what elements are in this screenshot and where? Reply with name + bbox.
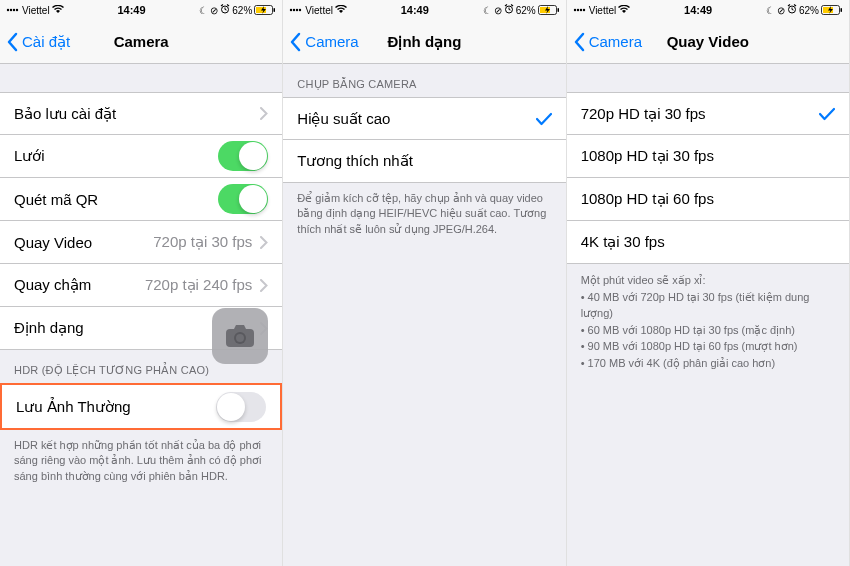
battery-icon	[821, 5, 843, 15]
svg-point-30	[582, 9, 584, 11]
cell-label: Quét mã QR	[14, 191, 98, 208]
grid-row[interactable]: Lưới	[0, 135, 282, 178]
cell-label: Lưu Ảnh Thường	[16, 398, 131, 416]
cell-detail: 720p tại 240 fps	[145, 276, 252, 294]
cell-label: Lưới	[14, 147, 45, 165]
svg-line-34	[788, 5, 790, 7]
svg-line-35	[794, 5, 796, 7]
lock-icon: ⊘	[494, 5, 502, 16]
svg-line-8	[227, 5, 229, 7]
formats-content: CHỤP BẰNG CAMERA Hiệu suất cao Tương thí…	[283, 64, 565, 566]
option-1080p-30[interactable]: 1080p HD tại 30 fps	[567, 135, 849, 178]
battery-pct: 62%	[799, 5, 819, 16]
svg-point-0	[7, 9, 9, 11]
carrier-label: Viettel	[22, 5, 50, 16]
footer-bullet: • 40 MB với 720p HD tại 30 fps (tiết kiệ…	[581, 289, 835, 322]
wifi-icon	[335, 5, 347, 16]
settings-camera-screen: Viettel 14:49 ☾ ⊘ 62% Cài đặt Camera Bảo…	[0, 0, 283, 566]
option-4k-30[interactable]: 4K tại 30 fps	[567, 221, 849, 264]
record-video-row[interactable]: Quay Video 720p tại 30 fps	[0, 221, 282, 264]
back-button[interactable]: Camera	[283, 32, 358, 52]
svg-line-33	[792, 10, 794, 11]
back-button[interactable]: Camera	[567, 32, 642, 52]
chevron-right-icon	[260, 279, 268, 292]
option-720p-30[interactable]: 720p HD tại 30 fps	[567, 92, 849, 135]
battery-pct: 62%	[516, 5, 536, 16]
signal-icon	[573, 5, 587, 15]
cell-label: 1080p HD tại 60 fps	[581, 190, 714, 208]
cell-detail: 720p tại 30 fps	[153, 233, 252, 251]
footer-bullet: • 170 MB với 4K (độ phân giải cao hơn)	[581, 355, 835, 372]
dnd-icon: ☾	[199, 5, 208, 16]
svg-point-28	[576, 9, 578, 11]
back-label: Camera	[589, 33, 642, 50]
lock-icon: ⊘	[210, 5, 218, 16]
cell-label: 1080p HD tại 30 fps	[581, 147, 714, 165]
alarm-icon	[504, 4, 514, 16]
battery-pct: 62%	[232, 5, 252, 16]
qr-toggle[interactable]	[218, 184, 268, 214]
formats-footer: Để giảm kích cỡ tệp, hãy chụp ảnh và qua…	[283, 183, 565, 249]
svg-point-27	[573, 9, 575, 11]
wifi-icon	[618, 5, 630, 16]
option-1080p-60[interactable]: 1080p HD tại 60 fps	[567, 178, 849, 221]
back-label: Camera	[305, 33, 358, 50]
chevron-right-icon	[260, 107, 268, 120]
dnd-icon: ☾	[483, 5, 492, 16]
svg-line-6	[225, 10, 227, 11]
high-efficiency-row[interactable]: Hiệu suất cao	[283, 97, 565, 140]
cell-label: Tương thích nhất	[297, 152, 413, 170]
alarm-icon	[787, 4, 797, 16]
record-video-screen: Viettel 14:49 ☾ ⊘ 62% Camera Quay Video …	[567, 0, 850, 566]
slomo-row[interactable]: Quay chậm 720p tại 240 fps	[0, 264, 282, 307]
camera-app-icon[interactable]	[212, 308, 268, 364]
page-title: Camera	[114, 33, 169, 50]
battery-icon	[254, 5, 276, 15]
capture-section-header: CHỤP BẰNG CAMERA	[283, 64, 565, 97]
hdr-footer: HDR kết hợp những phần tốt nhất của ba đ…	[0, 430, 282, 496]
record-video-content: 720p HD tại 30 fps 1080p HD tại 30 fps 1…	[567, 64, 849, 566]
status-time: 14:49	[117, 4, 145, 16]
keep-normal-photo-row[interactable]: Lưu Ảnh Thường	[2, 385, 280, 428]
signal-icon	[6, 5, 20, 15]
lock-icon: ⊘	[777, 5, 785, 16]
most-compatible-row[interactable]: Tương thích nhất	[283, 140, 565, 183]
cell-label: Định dạng	[14, 319, 84, 337]
carrier-label: Viettel	[589, 5, 617, 16]
svg-point-3	[16, 9, 18, 11]
qr-row[interactable]: Quét mã QR	[0, 178, 282, 221]
keep-normal-toggle[interactable]	[216, 392, 266, 422]
svg-rect-25	[557, 8, 559, 12]
cell-label: Bảo lưu cài đặt	[14, 105, 116, 123]
formats-screen: Viettel 14:49 ☾ ⊘ 62% Camera Định dạng C…	[283, 0, 566, 566]
status-bar: Viettel 14:49 ☾ ⊘ 62%	[567, 0, 849, 20]
chevron-right-icon	[260, 236, 268, 249]
page-title: Định dạng	[388, 33, 462, 51]
svg-rect-37	[840, 8, 842, 12]
nav-bar: Camera Quay Video	[567, 20, 849, 64]
svg-point-18	[299, 9, 301, 11]
svg-point-17	[296, 9, 298, 11]
back-label: Cài đặt	[22, 33, 70, 51]
svg-line-21	[509, 10, 511, 11]
cell-label: Hiệu suất cao	[297, 110, 390, 128]
checkmark-icon	[536, 112, 552, 126]
video-size-footer: Một phút video sẽ xấp xỉ: • 40 MB với 72…	[567, 264, 849, 383]
svg-point-16	[293, 9, 295, 11]
alarm-icon	[220, 4, 230, 16]
svg-point-1	[10, 9, 12, 11]
svg-point-2	[13, 9, 15, 11]
battery-icon	[538, 5, 560, 15]
grid-toggle[interactable]	[218, 141, 268, 171]
svg-point-14	[236, 334, 244, 342]
dnd-icon: ☾	[766, 5, 775, 16]
svg-line-23	[511, 5, 513, 7]
checkmark-icon	[819, 107, 835, 121]
svg-line-22	[505, 5, 507, 7]
svg-point-29	[579, 9, 581, 11]
preserve-settings-row[interactable]: Bảo lưu cài đặt	[0, 92, 282, 135]
cell-label: Quay chậm	[14, 276, 91, 294]
nav-bar: Cài đặt Camera	[0, 20, 282, 64]
back-button[interactable]: Cài đặt	[0, 32, 70, 52]
cell-label: Quay Video	[14, 234, 92, 251]
